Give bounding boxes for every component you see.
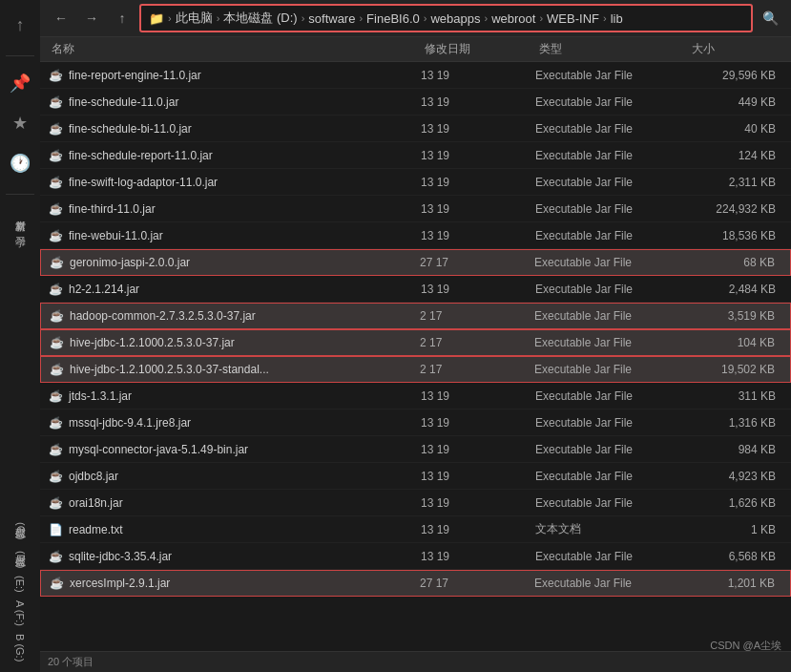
file-type-cell: Executable Jar File xyxy=(535,389,688,403)
file-name-text: fine-third-11.0.jar xyxy=(69,202,156,216)
sidebar-divider2 xyxy=(6,194,34,195)
file-name-text: h2-2.1.214.jar xyxy=(69,283,139,296)
table-row[interactable]: ☕ fine-report-engine-11.0.jar 13 19 Exec… xyxy=(40,62,791,89)
jar-icon: ☕ xyxy=(49,308,64,324)
breadcrumb-webinf[interactable]: WEB-INF xyxy=(547,11,599,26)
left-sidebar: ↑ 📌 ★ 🕐 新素材 学习 磁盘 (C:) 磁盘 (D:) (E:) A (F… xyxy=(0,0,40,672)
file-name-text: xercesImpl-2.9.1.jar xyxy=(70,577,170,590)
breadcrumb-finebi[interactable]: FineBI6.0 xyxy=(366,11,420,26)
col-size[interactable]: 大小 xyxy=(688,41,783,57)
label-study[interactable]: 学习 xyxy=(11,225,30,233)
jar-icon: ☕ xyxy=(48,148,63,163)
file-size-cell: 6,568 KB xyxy=(688,550,783,563)
file-size-cell: 1,626 KB xyxy=(688,496,783,510)
up-nav-btn[interactable]: ↑ xyxy=(3,8,37,42)
jar-icon: ☕ xyxy=(49,362,64,377)
file-type-cell: 文本文档 xyxy=(535,521,688,537)
file-type-cell: Executable Jar File xyxy=(534,309,687,323)
file-name-cell: 📄 readme.txt xyxy=(48,522,421,537)
breadcrumb-pc[interactable]: 📁 xyxy=(149,11,164,26)
drive-e[interactable]: (E:) xyxy=(12,573,28,596)
drive-c[interactable]: 磁盘 (C:) xyxy=(11,516,30,542)
file-type-cell: Executable Jar File xyxy=(535,283,688,296)
table-row[interactable]: ☕ hive-jdbc-1.2.1000.2.5.3.0-37.jar 2 17… xyxy=(40,329,791,356)
search-btn[interactable]: 🔍 xyxy=(757,5,783,32)
table-row[interactable]: ☕ jtds-1.3.1.jar 13 19 Executable Jar Fi… xyxy=(40,383,791,410)
file-name-cell: ☕ h2-2.1.214.jar xyxy=(48,282,421,297)
file-name-text: sqlite-jdbc-3.35.4.jar xyxy=(69,550,172,563)
table-row[interactable]: ☕ fine-webui-11.0.jar 13 19 Executable J… xyxy=(40,222,791,249)
clock-btn[interactable]: 🕐 xyxy=(3,146,37,180)
file-date-cell: 13 19 xyxy=(421,69,535,82)
pin-btn[interactable]: 📌 xyxy=(3,66,37,100)
file-name-text: hive-jdbc-1.2.1000.2.5.3.0-37-standal... xyxy=(70,363,269,376)
file-date-cell: 2 17 xyxy=(420,363,534,376)
table-row[interactable]: ☕ fine-third-11.0.jar 13 19 Executable J… xyxy=(40,196,791,222)
breadcrumb-webapps[interactable]: webapps xyxy=(430,11,480,26)
table-row[interactable]: ☕ sqlite-jdbc-3.35.4.jar 13 19 Executabl… xyxy=(40,543,791,570)
table-row[interactable]: ☕ ojdbc8.jar 13 19 Executable Jar File 4… xyxy=(40,463,791,490)
file-type-cell: Executable Jar File xyxy=(534,363,687,376)
drive-f[interactable]: A (F:) xyxy=(12,598,28,629)
breadcrumb-software[interactable]: software xyxy=(308,11,355,26)
table-row[interactable]: ☕ xercesImpl-2.9.1.jar 27 17 Executable … xyxy=(40,570,791,597)
jar-icon: ☕ xyxy=(48,549,63,564)
file-type-cell: Executable Jar File xyxy=(535,443,688,456)
file-size-cell: 1,201 KB xyxy=(687,577,782,590)
star-btn[interactable]: ★ xyxy=(3,106,37,140)
breadcrumb-pc-label[interactable]: 此电脑 xyxy=(176,10,213,27)
file-date-cell: 13 19 xyxy=(421,95,535,109)
sep8: › xyxy=(603,12,607,24)
drive-g[interactable]: B (G:) xyxy=(12,631,28,664)
back-btn[interactable]: ← xyxy=(48,5,74,32)
file-name-text: fine-schedule-report-11.0.jar xyxy=(69,149,213,162)
file-name-cell: ☕ xercesImpl-2.9.1.jar xyxy=(49,576,420,591)
file-name-text: readme.txt xyxy=(69,523,123,536)
file-type-cell: Executable Jar File xyxy=(535,416,688,430)
table-row[interactable]: ☕ geronimo-jaspi-2.0.0.jar 27 17 Executa… xyxy=(40,249,791,276)
sep6: › xyxy=(484,12,488,24)
status-bar: 20 个项目 xyxy=(40,651,791,672)
breadcrumb-webroot[interactable]: webroot xyxy=(491,11,535,26)
breadcrumb-bar[interactable]: 📁 › 此电脑 › 本地磁盘 (D:) › software › FineBI6… xyxy=(139,4,753,32)
file-name-cell: ☕ fine-third-11.0.jar xyxy=(48,201,421,217)
file-name-text: mssql-jdbc-9.4.1.jre8.jar xyxy=(69,416,191,430)
file-size-cell: 18,536 KB xyxy=(688,229,783,242)
file-size-cell: 19,502 KB xyxy=(687,363,782,376)
table-row[interactable]: ☕ hive-jdbc-1.2.1000.2.5.3.0-37-standal.… xyxy=(40,356,791,383)
file-type-cell: Executable Jar File xyxy=(534,577,687,590)
up-btn[interactable]: ↑ xyxy=(109,5,135,32)
table-row[interactable]: ☕ fine-swift-log-adaptor-11.0.jar 13 19 … xyxy=(40,169,791,196)
forward-btn[interactable]: → xyxy=(78,5,105,32)
table-row[interactable]: ☕ orai18n.jar 13 19 Executable Jar File … xyxy=(40,490,791,516)
table-row[interactable]: ☕ fine-schedule-report-11.0.jar 13 19 Ex… xyxy=(40,142,791,169)
table-row[interactable]: ☕ fine-schedule-bi-11.0.jar 13 19 Execut… xyxy=(40,116,791,142)
breadcrumb-lib[interactable]: lib xyxy=(611,11,623,26)
file-date-cell: 2 17 xyxy=(420,336,534,349)
col-date[interactable]: 修改日期 xyxy=(421,41,535,57)
file-date-cell: 13 19 xyxy=(421,229,535,242)
file-date-cell: 2 17 xyxy=(420,309,534,323)
table-row[interactable]: ☕ hadoop-common-2.7.3.2.5.3.0-37.jar 2 1… xyxy=(40,303,791,329)
sep1: › xyxy=(168,12,172,24)
table-row[interactable]: ☕ mssql-jdbc-9.4.1.jre8.jar 13 19 Execut… xyxy=(40,410,791,436)
file-date-cell: 13 19 xyxy=(421,122,535,136)
table-row[interactable]: ☕ mysql-connector-java-5.1.49-bin.jar 13… xyxy=(40,436,791,463)
file-date-cell: 27 17 xyxy=(420,577,534,590)
col-name[interactable]: 名称 xyxy=(48,41,421,57)
table-row[interactable]: 📄 readme.txt 13 19 文本文档 1 KB xyxy=(40,516,791,543)
file-list[interactable]: ☕ fine-report-engine-11.0.jar 13 19 Exec… xyxy=(40,62,791,651)
jar-icon: ☕ xyxy=(48,495,63,511)
file-size-cell: 1 KB xyxy=(688,523,783,536)
status-text: 20 个项目 xyxy=(48,655,94,669)
label-new-material[interactable]: 新素材 xyxy=(11,208,30,216)
jar-icon: ☕ xyxy=(48,415,63,430)
drive-d[interactable]: 磁盘 (D:) xyxy=(11,545,30,571)
sidebar-divider xyxy=(6,55,34,56)
file-size-cell: 224,932 KB xyxy=(688,202,783,216)
table-row[interactable]: ☕ h2-2.1.214.jar 13 19 Executable Jar Fi… xyxy=(40,276,791,303)
col-type[interactable]: 类型 xyxy=(535,41,688,57)
file-date-cell: 13 19 xyxy=(421,416,535,430)
table-row[interactable]: ☕ fine-schedule-11.0.jar 13 19 Executabl… xyxy=(40,89,791,116)
breadcrumb-d[interactable]: 本地磁盘 (D:) xyxy=(223,10,297,27)
